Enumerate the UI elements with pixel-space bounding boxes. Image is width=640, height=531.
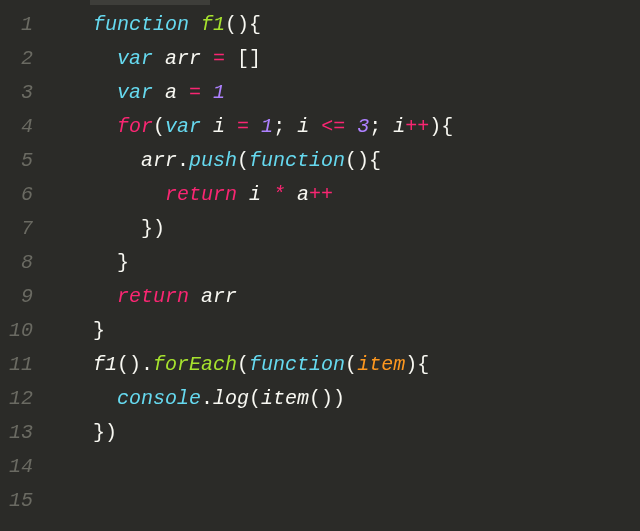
code-line: var a = 1: [45, 76, 640, 110]
punct: ;: [369, 115, 393, 138]
punct: .: [177, 149, 189, 172]
line-number: 8: [8, 246, 33, 280]
indent: [45, 13, 93, 36]
code-line: }: [45, 314, 640, 348]
line-number: 1: [8, 8, 33, 42]
indent: [45, 353, 93, 376]
line-number: 3: [8, 76, 33, 110]
punct: (: [237, 353, 249, 376]
line-number: 5: [8, 144, 33, 178]
op-inc: ++: [405, 115, 429, 138]
identifier: arr: [165, 47, 201, 70]
code-line: return arr: [45, 280, 640, 314]
line-number: 10: [8, 314, 33, 348]
identifier: item: [261, 387, 309, 410]
parameter: item: [357, 353, 405, 376]
code-line: [45, 484, 640, 518]
code-line: for(var i = 1; i <= 3; i++){: [45, 110, 640, 144]
punct: (: [249, 387, 261, 410]
function-name: f1: [201, 13, 225, 36]
code-line: }): [45, 212, 640, 246]
line-number: 6: [8, 178, 33, 212]
punct: ){: [429, 115, 453, 138]
op-inc: ++: [309, 183, 333, 206]
line-number: 4: [8, 110, 33, 144]
indent: [45, 183, 165, 206]
code-line: function f1(){: [45, 8, 640, 42]
line-number: 13: [8, 416, 33, 450]
punct: (){: [345, 149, 381, 172]
keyword-function: function: [93, 13, 189, 36]
keyword-for: for: [117, 115, 153, 138]
indent: [45, 81, 117, 104]
keyword-return: return: [165, 183, 237, 206]
punct: ;: [273, 115, 297, 138]
indent: [45, 387, 117, 410]
op-lte: <=: [309, 115, 357, 138]
punct: .: [201, 387, 213, 410]
punct: []: [237, 47, 261, 70]
punct: }: [117, 251, 129, 274]
keyword-var: var: [117, 81, 153, 104]
code-editor[interactable]: function f1(){ var arr = [] var a = 1 fo…: [45, 0, 640, 531]
identifier: a: [165, 81, 177, 104]
indent: [45, 251, 117, 274]
indent: [45, 115, 117, 138]
code-line: console.log(item()): [45, 382, 640, 416]
code-line: return i * a++: [45, 178, 640, 212]
op-mul: *: [261, 183, 297, 206]
punct: ){: [405, 353, 429, 376]
keyword-function: function: [249, 149, 345, 172]
indent: [45, 149, 141, 172]
punct: (): [117, 353, 141, 376]
method: forEach: [153, 353, 237, 376]
identifier: i: [213, 115, 225, 138]
number: 3: [357, 115, 369, 138]
identifier: i: [297, 115, 309, 138]
indent: [45, 217, 141, 240]
line-number: 7: [8, 212, 33, 246]
number: 1: [213, 81, 225, 104]
code-line: f1().forEach(function(item){: [45, 348, 640, 382]
line-number: 15: [8, 484, 33, 518]
identifier: arr: [201, 285, 237, 308]
op-assign: =: [201, 47, 237, 70]
identifier: i: [393, 115, 405, 138]
code-line: arr.push(function(){: [45, 144, 640, 178]
identifier: arr: [141, 149, 177, 172]
keyword-function: function: [249, 353, 345, 376]
keyword-var: var: [165, 115, 201, 138]
number: 1: [261, 115, 273, 138]
indent: [45, 285, 117, 308]
identifier: a: [297, 183, 309, 206]
indent: [45, 319, 93, 342]
method: push: [189, 149, 237, 172]
identifier: f1: [93, 353, 117, 376]
punct: (: [153, 115, 165, 138]
code-line: }: [45, 246, 640, 280]
method: log: [213, 387, 249, 410]
punct: }: [93, 319, 105, 342]
indent: [45, 421, 93, 444]
line-number: 12: [8, 382, 33, 416]
punct: ()): [309, 387, 345, 410]
tab-highlight: [90, 0, 210, 5]
code-line: [45, 450, 640, 484]
line-number: 9: [8, 280, 33, 314]
line-gutter: 1 2 3 4 5 6 7 8 9 10 11 12 13 14 15: [0, 0, 45, 531]
identifier: console: [117, 387, 201, 410]
indent: [45, 47, 117, 70]
code-line: }): [45, 416, 640, 450]
code-line: var arr = []: [45, 42, 640, 76]
op-assign: =: [225, 115, 261, 138]
identifier: i: [249, 183, 261, 206]
punct: (: [345, 353, 357, 376]
punct: }): [93, 421, 117, 444]
op-assign: =: [177, 81, 213, 104]
line-number: 14: [8, 450, 33, 484]
punct: }): [141, 217, 165, 240]
punct: (: [237, 149, 249, 172]
keyword-var: var: [117, 47, 153, 70]
line-number: 2: [8, 42, 33, 76]
punct: .: [141, 353, 153, 376]
